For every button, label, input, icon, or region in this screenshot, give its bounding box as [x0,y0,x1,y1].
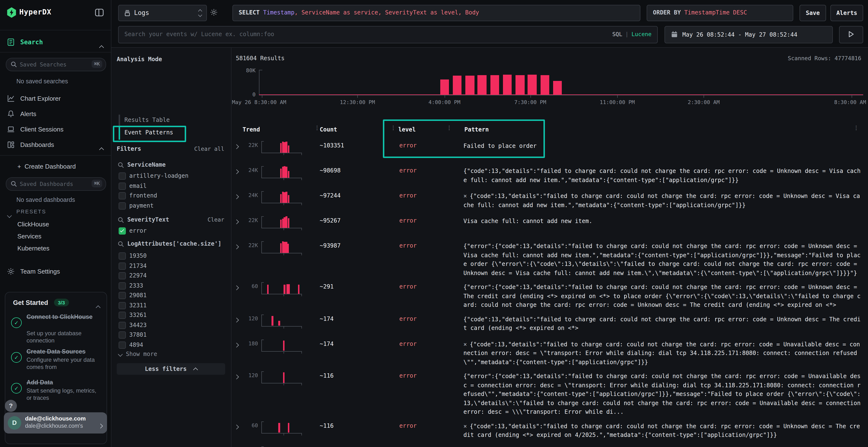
pattern-count: ~95267 [320,217,341,224]
column-drag-handle-icon[interactable]: ⋮ [391,126,396,131]
sidebar-item-team-settings[interactable]: Team Settings [0,266,111,278]
filter-option-label: artillery-loadgen [129,172,189,179]
trend-sparkline [261,338,302,353]
order-by-input[interactable]: ORDER BY TimestampTime DESC [647,5,793,21]
user-subtext: dale@clickhouse.com's [25,423,98,429]
checkbox[interactable] [119,172,126,180]
date-range-picker[interactable]: May 26 08:52:44 - May 27 08:52:44 [664,26,833,43]
mode-results-table[interactable]: Results Table [124,116,211,127]
checkbox[interactable] [119,312,126,319]
get-started-item[interactable]: ✓ Add Data Start sending logs, metrics, … [5,379,106,408]
column-drag-handle-icon[interactable]: ⋮ [854,126,859,131]
preset-kubernetes[interactable]: Kubernetes [18,245,50,252]
create-dashboard-button[interactable]: + Create Dashboard [0,161,111,173]
spark-ymax-label: 60 [238,422,258,428]
search-icon[interactable] [118,162,124,168]
x-axis-tick [617,95,618,98]
get-started-item-desc: Start sending logs, metrics, or traces [27,387,99,402]
checkbox[interactable] [119,282,126,289]
checkbox[interactable] [119,302,126,309]
filters-label: Filters [117,145,141,152]
event-search-input[interactable]: Search your events w/ Lucene ex. column:… [118,26,658,43]
sidebar-collapse-icon[interactable] [94,8,104,18]
filter-option-29081[interactable]: 29081 [119,291,225,301]
pattern-level: error [399,372,416,379]
chevron-down-icon [8,210,11,219]
histogram-bar [516,75,525,95]
filter-option-22974[interactable]: 22974 [119,271,225,281]
checkbox[interactable] [119,182,126,190]
filter-option-19350[interactable]: 19350 [119,251,225,261]
filter-option-21734[interactable]: 21734 [119,261,225,271]
sidebar-item-search[interactable]: Search [0,37,111,49]
sidebar-item-chart-explorer[interactable]: Chart Explorer [0,93,111,105]
filter-option-frontend[interactable]: frontend [119,191,225,201]
filter-option-artillery-loadgen[interactable]: artillery-loadgen [119,171,225,181]
filter-option-email[interactable]: email [119,181,225,191]
chevron-up-icon[interactable] [96,302,100,311]
filter-option-32311[interactable]: 32311 [119,301,225,310]
run-query-button[interactable] [839,26,863,43]
source-selector[interactable]: Logs [118,5,207,21]
less-filters-button[interactable]: Less filters [117,363,225,375]
help-button[interactable]: ? [5,400,17,412]
x-axis-tick-label: 12:30:00 PM [340,99,375,105]
get-started-item[interactable]: ✓ Create Data Sources Configure where yo… [5,348,106,377]
saved-dashboards-input[interactable]: Saved Dashboards ⌘K [6,177,106,191]
language-toggle-sql[interactable]: SQL [612,31,622,38]
language-toggle-lucene[interactable]: Lucene [631,31,651,38]
app-title: HyperDX [19,8,51,16]
checkbox[interactable] [119,321,126,329]
divider [0,155,111,156]
checkbox[interactable] [119,202,126,209]
show-more-button[interactable]: Show more [119,351,157,357]
select-clause-input[interactable]: SELECT Timestamp, ServiceName as service… [232,5,641,21]
pattern-count: ~116 [320,422,334,429]
checkbox[interactable] [119,192,126,199]
pattern-row: 60~291error{"error":{"code":13,"details"… [231,281,868,309]
filter-option-2333[interactable]: 2333 [119,281,225,291]
checkbox[interactable] [119,341,126,348]
preset-clickhouse[interactable]: ClickHouse [18,220,49,228]
alerts-button[interactable]: Alerts [830,5,863,21]
clear-all-filters-button[interactable]: Clear all [194,145,224,152]
analysis-mode-label: Analysis Mode [117,56,162,63]
filter-option-33261[interactable]: 33261 [119,311,225,320]
sidebar-item-client-sessions[interactable]: Client Sessions [0,124,111,136]
sparkline-bar [288,423,289,433]
filter-option-error[interactable]: error [119,227,225,236]
get-started-item[interactable]: ✓ Connect to ClickHouse Set up your data… [5,314,106,344]
checkbox[interactable] [119,272,126,279]
filter-option-37801[interactable]: 37801 [119,331,225,340]
sidebar-item-alerts[interactable]: Alerts [0,108,111,121]
checkbox[interactable] [119,332,126,339]
checkbox-checked[interactable] [119,227,126,235]
column-drag-handle-icon[interactable]: ⋮ [446,126,452,131]
filter-option-label: 33261 [129,312,147,318]
checkbox[interactable] [119,252,126,260]
sparkline-bar [288,145,289,153]
clear-severity-filter-button[interactable]: Clear [208,216,224,223]
filter-option-34423[interactable]: 34423 [119,320,225,330]
no-saved-searches-text: No saved searches [17,78,68,85]
checkbox[interactable] [119,292,126,299]
search-icon[interactable] [118,241,124,247]
preset-services[interactable]: Services [18,233,41,240]
source-settings-gear-icon[interactable] [210,8,218,16]
save-button[interactable]: Save [800,5,826,21]
pattern-count: ~103351 [320,142,344,149]
saved-searches-input[interactable]: Saved Searches ⌘K [6,58,106,71]
search-icon[interactable] [118,217,124,223]
filter-option-4894[interactable]: 4894 [119,340,225,350]
mode-event-patterns[interactable]: Event Patterns [124,129,211,140]
column-drag-handle-icon[interactable]: ⋮ [314,126,320,131]
checkbox[interactable] [119,262,126,270]
scanned-rows: Scanned Rows: 47774816 [788,55,861,62]
user-menu[interactable]: D dale@clickhouse.com dale@clickhouse.co… [4,412,107,434]
results-histogram[interactable]: 80K 0 May 26 8:30:00 AM12:30:00 PM4:00:0… [231,66,868,124]
sidebar-item-label: Client Sessions [20,126,63,133]
sidebar-item-dashboards[interactable]: Dashboards [0,139,111,152]
chevron-up-icon[interactable] [100,41,103,50]
chevron-up-icon[interactable] [100,144,103,153]
filter-option-payment[interactable]: payment [119,201,225,211]
